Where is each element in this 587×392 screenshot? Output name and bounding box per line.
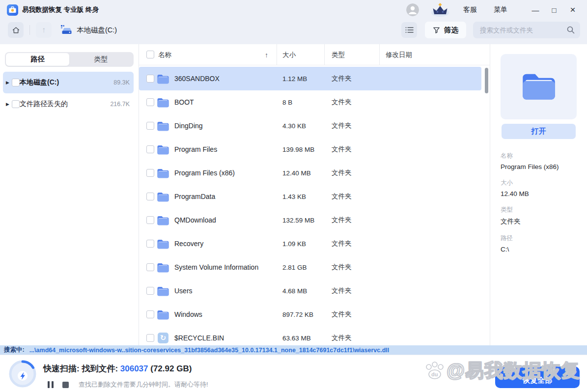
column-name[interactable]: 名称 [158,44,171,65]
file-name: Program Files [174,138,217,161]
expand-arrow-icon[interactable]: ▶ [6,80,12,85]
sidebar-tab[interactable]: 路径 [6,53,69,66]
app-logo-icon [7,4,18,16]
home-button[interactable] [8,22,24,38]
content-area: 路径 类型 ▶ 本地磁盘(C:) 89.3K [0,44,587,345]
table-row[interactable]: ↻ Users 4.68 MB 文件夹 [139,279,481,303]
status-bar: 搜索中: ...\amd64_microsoft-windows-w..siti… [0,345,587,355]
row-checkbox[interactable] [146,334,154,342]
column-size[interactable]: 大小 [282,44,296,65]
stop-icon[interactable] [62,382,69,388]
recycle-bin-icon: ↻ [157,333,169,343]
table-row[interactable]: ↻ System Volume Information 2.81 GB 文件夹 [139,255,481,279]
support-link[interactable]: 客服 [463,5,477,14]
search-input[interactable] [473,22,580,38]
field-value: C:\ [501,246,577,253]
vertical-scrollbar-thumb[interactable] [485,68,488,93]
user-avatar[interactable] [406,3,419,16]
file-size: 2.81 GB [282,255,307,279]
sidebar: 路径 类型 ▶ 本地磁盘(C:) 89.3K [0,44,139,345]
file-size: 1.09 KB [282,232,306,255]
table-row[interactable]: ↻ Recovery 1.09 KB 文件夹 [139,232,481,255]
close-button[interactable]: × [565,4,580,15]
file-type: 文件夹 [332,161,352,185]
table-row[interactable]: ↻ Windows 897.72 KB 文件夹 [139,303,481,326]
file-size: 1.12 MB [282,67,307,90]
tree-checkbox[interactable] [12,79,20,86]
table-row[interactable]: ↻ Program Files (x86) 12.40 MB 文件夹 [139,161,481,185]
field-value: 12.40 MB [501,190,577,197]
file-size: 63.63 MB [282,326,311,345]
minimize-button[interactable]: — [528,6,543,14]
row-checkbox[interactable] [146,145,154,153]
row-checkbox[interactable] [146,263,154,271]
folder-icon: ↻ [157,191,169,202]
file-type: 文件夹 [332,185,352,208]
breadcrumb[interactable]: 本地磁盘(C:) [60,25,117,35]
field-value: 文件夹 [501,217,577,226]
table-row[interactable]: ↻ $RECYCLE.BIN 63.63 MB 文件夹 [139,326,481,345]
preview-panel: 打开 名称 Program Files (x86) 大小 12.40 MB 类型 [490,44,587,345]
expand-arrow-icon[interactable]: ▶ [6,102,12,107]
row-checkbox[interactable] [146,287,154,295]
watermark-text: @易我数据恢复 [447,358,580,383]
file-size: 4.68 MB [282,279,307,303]
footer-bar: 快速扫描: 找到文件: 306037 (72.92 GB) 查找已删除文件需要几… [0,355,587,392]
tree-item[interactable]: ▶ 本地磁盘(C:) 89.3K [3,72,134,93]
folder-icon [521,71,557,103]
row-checkbox[interactable] [146,122,154,130]
maximize-button[interactable]: □ [547,6,561,14]
sort-ascending-icon[interactable]: ↑ [265,44,268,65]
column-type[interactable]: 类型 [332,44,345,65]
row-checkbox[interactable] [146,216,154,224]
up-button[interactable]: ↑ [36,22,52,38]
pause-icon[interactable] [48,381,54,388]
file-type: 文件夹 [332,255,352,279]
tree-item[interactable]: ▶ 文件路径丢失的 216.7K [3,93,134,115]
table-row[interactable]: ↻ 360SANDBOX 1.12 MB 文件夹 [139,67,481,90]
row-checkbox[interactable] [146,240,154,248]
open-button[interactable]: 打开 [502,124,576,139]
folder-icon: ↻ [157,97,169,108]
table-row[interactable]: ↻ ProgramData 1.43 KB 文件夹 [139,185,481,208]
field-label: 类型 [501,206,577,214]
table-row[interactable]: ↻ QMDownload 132.59 MB 文件夹 [139,208,481,232]
filter-button[interactable]: 筛选 [425,22,466,38]
scan-controls: 查找已删除文件需要几分钟时间。请耐心等待! [48,380,208,389]
row-checkbox[interactable] [146,193,154,200]
file-name: Recovery [174,232,203,255]
table-row[interactable]: ↻ BOOT 8 B 文件夹 [139,90,481,114]
select-all-checkbox[interactable] [146,51,154,58]
row-checkbox[interactable] [146,169,154,177]
field-value: Program Files (x86) [501,163,577,170]
file-size: 8 B [282,90,292,114]
breadcrumb-label: 本地磁盘(C:) [77,26,117,35]
tree-checkbox[interactable] [12,100,20,108]
table-header: 名称 ↑ 大小 类型 修改日期 [139,44,490,65]
row-checkbox[interactable] [146,310,154,318]
column-divider [277,44,277,65]
sidebar-tab[interactable]: 类型 [69,53,133,66]
file-name: ProgramData [174,185,215,208]
toolbar: ↑ 本地磁盘(C:) 筛选 [0,20,587,44]
list-view-icon[interactable] [401,22,417,38]
table-row[interactable]: ↻ DingDing 4.30 KB 文件夹 [139,114,481,138]
file-name: 360SANDBOX [174,67,220,90]
file-name: Users [174,279,193,303]
file-name: BOOT [174,90,194,114]
menu-link[interactable]: 菜单 [494,5,507,14]
paw-icon: du [424,361,446,381]
row-checkbox[interactable] [146,98,154,106]
file-type: 文件夹 [332,208,352,232]
search-icon[interactable] [566,26,575,34]
table-row[interactable]: ↻ Program Files 139.98 MB 文件夹 [139,138,481,161]
preview-field: 大小 12.40 MB [501,179,577,197]
status-path: ...\amd64_microsoft-windows-w..sition-co… [29,347,390,354]
file-name: DingDing [174,114,203,138]
status-label: 搜索中: [4,346,25,354]
column-date[interactable]: 修改日期 [386,44,412,65]
vip-crown-icon[interactable] [430,2,450,17]
row-checkbox[interactable] [146,75,154,83]
file-type: 文件夹 [332,232,352,255]
filter-label: 筛选 [444,26,458,35]
